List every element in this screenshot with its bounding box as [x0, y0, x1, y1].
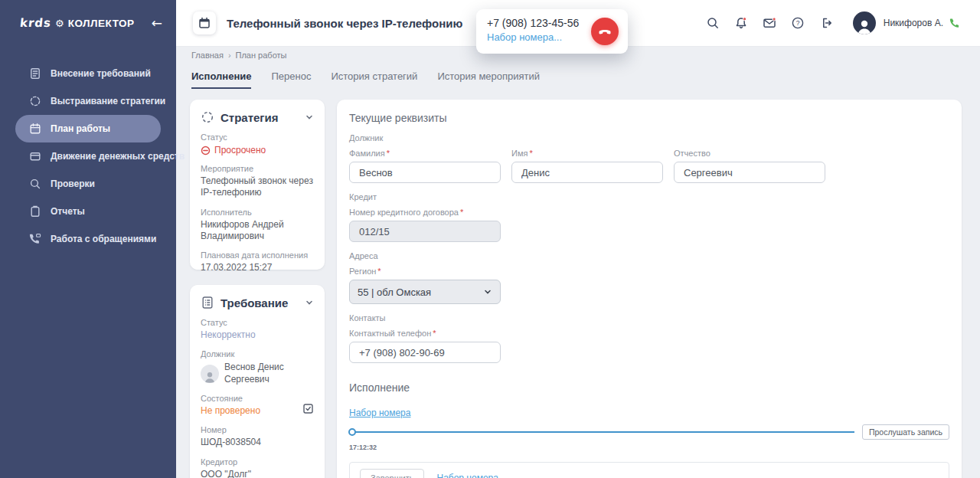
sidebar-item-label: Внесение требований: [51, 68, 151, 79]
sidebar-item-reports[interactable]: Отчеты: [15, 198, 161, 225]
contract-label: Номер кредитного договора*: [349, 208, 501, 217]
middlename-input[interactable]: [674, 162, 825, 183]
phone-field-group: Контактный телефон*: [349, 329, 501, 363]
hangup-button[interactable]: [591, 18, 619, 45]
clipboard-icon: [29, 205, 41, 218]
audio-progress-knob[interactable]: [348, 428, 356, 436]
sidebar-item-label: Движение денежных средств: [51, 151, 185, 162]
hangup-phone-icon: [597, 24, 612, 39]
dial-status-link[interactable]: Набор номера...: [436, 473, 505, 478]
help-icon[interactable]: ?: [791, 16, 805, 30]
required-mark: *: [529, 149, 532, 158]
claim-card-title: Требование: [220, 296, 288, 309]
strategy-target-icon: [201, 110, 214, 124]
strategy-card: Стратегия Статус Просрочено Мероприятие …: [190, 100, 325, 270]
group-addresses: Адреса: [349, 251, 949, 260]
phone-green-icon: [949, 18, 961, 29]
sidebar-item-appeals[interactable]: Работа с обращениями: [15, 225, 161, 253]
required-mark: *: [433, 329, 436, 338]
chevron-down-icon[interactable]: [305, 113, 314, 122]
number-label: Номер: [201, 425, 314, 434]
credit-fields-row: Номер кредитного договора*: [349, 208, 949, 242]
firstname-input[interactable]: [511, 162, 663, 183]
executor-value: Никифоров Андрей Владимирович: [201, 219, 314, 243]
avatar[interactable]: [853, 11, 876, 34]
section-title-requisites: Текущие реквизиты: [349, 112, 949, 124]
debtor-row: Веснов Денис Сергеевич: [201, 362, 314, 385]
middlename-field-group: Отчество: [674, 149, 825, 183]
strategy-card-title: Стратегия: [220, 111, 279, 124]
group-debtor: Должник: [349, 133, 949, 142]
page-title: Телефонный звонок через IP-телефонию: [227, 0, 462, 46]
logo-row: krds ⚙ КОЛЛЕКТОР ←: [20, 15, 162, 31]
breadcrumb: Главная › План работы: [191, 51, 286, 60]
search-icon: [29, 178, 41, 190]
brand-name: КОЛЛЕКТОР: [68, 18, 135, 29]
app-root: krds ⚙ КОЛЛЕКТОР ← Внесение требований В…: [0, 0, 980, 478]
required-mark: *: [377, 267, 381, 276]
sidebar-item-requirements[interactable]: Внесение требований: [15, 60, 161, 87]
claim-card: Требование Статус Некорректно Должник Ве…: [190, 285, 325, 478]
bell-icon[interactable]: [734, 16, 748, 30]
sidebar-item-label: План работы: [51, 123, 110, 134]
creditor-value: ООО "Долг": [201, 469, 314, 478]
audio-player-row: Прослушать запись: [349, 424, 949, 440]
lastname-input[interactable]: [349, 162, 501, 183]
event-label: Мероприятие: [201, 164, 314, 173]
dial-number-link[interactable]: Набор номера: [349, 408, 410, 418]
finish-button[interactable]: Завершить: [360, 469, 424, 478]
gear-logo-icon: ⚙: [55, 18, 64, 28]
tab-strategy-history[interactable]: История стратегий: [331, 70, 417, 89]
call-time: 17:12:32: [349, 444, 949, 451]
breadcrumb-home[interactable]: Главная: [191, 51, 224, 60]
claim-card-header[interactable]: Требование: [201, 296, 314, 309]
status-label: Статус: [201, 318, 314, 327]
target-icon: [29, 95, 41, 107]
planned-date-value: 17.03.2022 15:27: [201, 262, 314, 273]
main-panel: Текущие реквизиты Должник Фамилия* Имя* …: [337, 100, 962, 478]
status-badge: Просрочено: [201, 145, 314, 156]
debtor-name: Веснов Денис Сергеевич: [224, 362, 314, 385]
sidebar-item-money-flow[interactable]: Движение денежных средств: [15, 142, 161, 170]
debtor-label: Должник: [201, 349, 314, 358]
page-title-calendar-icon: [193, 11, 216, 34]
sidebar-item-label: Проверки: [51, 178, 95, 189]
listen-record-button[interactable]: Прослушать запись: [862, 424, 949, 440]
region-field-group: Регион* 55 | обл Омская: [349, 267, 501, 304]
strategy-card-header[interactable]: Стратегия: [201, 110, 314, 124]
status-label: Статус: [201, 133, 314, 142]
lastname-field-group: Фамилия*: [349, 149, 501, 183]
sidebar: krds ⚙ КОЛЛЕКТОР ← Внесение требований В…: [0, 0, 176, 478]
contact-phone-input[interactable]: [349, 342, 501, 363]
group-credit: Кредит: [349, 192, 949, 201]
event-value: Телефонный звонок через IP-телефонию: [201, 175, 314, 199]
firstname-label: Имя*: [511, 149, 663, 158]
tab-event-history[interactable]: История мероприятий: [437, 70, 540, 89]
debtor-avatar: [201, 365, 219, 383]
planned-date-label: Плановая дата исполнения: [201, 250, 314, 260]
wallet-icon: [29, 150, 41, 162]
tab-transfer[interactable]: Перенос: [271, 70, 311, 89]
collapse-sidebar-arrow-icon[interactable]: ←: [152, 15, 162, 31]
breadcrumb-separator: ›: [228, 51, 231, 60]
tab-execution[interactable]: Исполнение: [191, 70, 251, 89]
chevron-down-icon: [483, 287, 492, 296]
region-select[interactable]: 55 | обл Омская: [349, 280, 501, 304]
section-title-execution: Исполнение: [349, 381, 949, 394]
sidebar-item-checks[interactable]: Проверки: [15, 170, 161, 198]
audio-progress-track[interactable]: [349, 431, 854, 433]
region-selected-value: 55 | обл Омская: [358, 286, 431, 298]
chevron-down-icon[interactable]: [305, 298, 314, 307]
logout-icon[interactable]: [819, 16, 833, 30]
sidebar-item-label: Работа с обращениями: [51, 234, 156, 244]
contract-field-group: Номер кредитного договора*: [349, 208, 501, 242]
middlename-label: Отчество: [674, 149, 825, 158]
sidebar-item-strategy[interactable]: Выстраивание стратегии: [15, 87, 161, 115]
edit-check-icon[interactable]: [302, 403, 314, 414]
mail-icon[interactable]: [763, 16, 776, 30]
contract-number-input: [349, 221, 501, 242]
sidebar-item-work-plan[interactable]: План работы: [15, 115, 161, 142]
search-icon[interactable]: [706, 16, 720, 30]
contact-fields-row: Контактный телефон*: [349, 329, 949, 363]
user-name[interactable]: Никифоров А.: [884, 18, 943, 28]
